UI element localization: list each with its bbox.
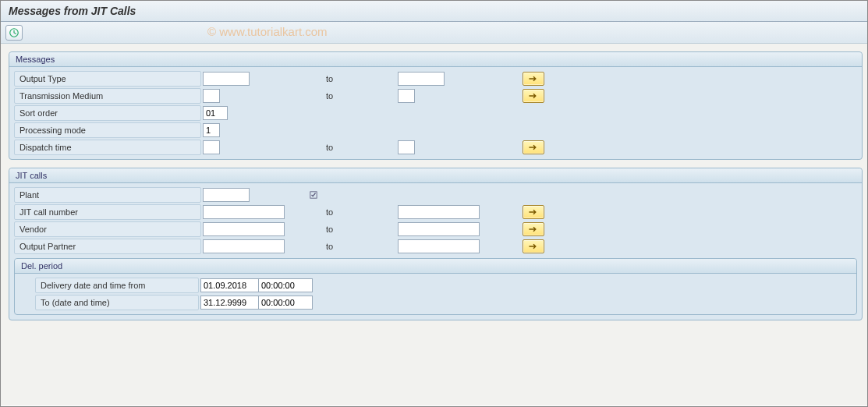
delivery-to-date-input[interactable] <box>200 296 259 310</box>
output-type-from-input[interactable] <box>203 72 250 86</box>
delivery-from-label: Delivery date and time from <box>35 278 199 293</box>
dispatch-time-to-label: to <box>320 143 398 152</box>
sort-order-row: Sort order <box>9 104 862 122</box>
execute-button[interactable] <box>5 25 23 41</box>
delivery-from-row: Delivery date and time from <box>15 277 856 294</box>
toolbar: © www.tutorialkart.com <box>1 22 867 44</box>
jit-call-number-to-label: to <box>320 207 398 217</box>
vendor-multi-button[interactable] <box>523 222 544 236</box>
messages-group: Messages Output Type to Transmission Med… <box>9 51 863 160</box>
vendor-to-input[interactable] <box>398 222 480 236</box>
jit-call-number-from-input[interactable] <box>203 205 285 219</box>
watermark-text: © www.tutorialkart.com <box>207 25 328 38</box>
output-partner-multi-button[interactable] <box>523 239 544 253</box>
arrow-right-icon <box>528 242 539 250</box>
messages-group-title: Messages <box>9 52 862 67</box>
arrow-right-icon <box>528 143 539 151</box>
search-help-icon <box>310 191 317 199</box>
transmission-medium-to-input[interactable] <box>398 89 415 103</box>
vendor-label: Vendor <box>14 221 201 237</box>
transmission-medium-from-input[interactable] <box>203 89 220 103</box>
del-period-group-title: Del. period <box>15 259 856 274</box>
dispatch-time-row: Dispatch time to <box>9 139 862 156</box>
output-type-row: Output Type to <box>9 70 862 87</box>
delivery-to-time-input[interactable] <box>258 296 313 310</box>
output-partner-from-input[interactable] <box>203 239 285 253</box>
dispatch-time-label: Dispatch time <box>14 140 201 155</box>
output-type-to-label: to <box>320 74 398 83</box>
transmission-medium-label: Transmission Medium <box>14 88 201 104</box>
vendor-row: Vendor to <box>9 221 862 238</box>
jit-calls-group-title: JIT calls <box>9 168 862 183</box>
arrow-right-icon <box>528 208 539 216</box>
sort-order-label: Sort order <box>14 105 201 121</box>
arrow-right-icon <box>528 225 539 233</box>
transmission-medium-to-label: to <box>320 91 398 101</box>
delivery-to-label: To (date and time) <box>35 295 199 310</box>
processing-mode-input[interactable] <box>203 123 220 137</box>
delivery-from-date-input[interactable] <box>200 278 259 292</box>
output-partner-to-label: to <box>320 242 398 251</box>
plant-input[interactable] <box>203 188 250 202</box>
delivery-from-time-input[interactable] <box>258 278 313 292</box>
plant-row: Plant <box>9 186 862 204</box>
page-title: Messages from JIT Calls <box>1 1 867 22</box>
clock-execute-icon <box>9 27 19 38</box>
jit-call-number-row: JIT call number to <box>9 204 862 221</box>
transmission-medium-multi-button[interactable] <box>523 89 544 103</box>
output-partner-to-input[interactable] <box>398 239 480 253</box>
output-partner-label: Output Partner <box>14 239 201 254</box>
jit-call-number-to-input[interactable] <box>398 205 480 219</box>
output-type-to-input[interactable] <box>398 72 445 86</box>
arrow-right-icon <box>528 92 539 100</box>
dispatch-time-to-input[interactable] <box>398 140 415 154</box>
transmission-medium-row: Transmission Medium to <box>9 87 862 104</box>
plant-f4-help-button[interactable] <box>308 189 319 201</box>
dispatch-time-from-input[interactable] <box>203 140 220 154</box>
output-type-label: Output Type <box>14 71 201 87</box>
arrow-right-icon <box>528 75 539 83</box>
processing-mode-row: Processing mode <box>9 122 862 139</box>
vendor-to-label: to <box>320 225 398 234</box>
content-area: Messages Output Type to Transmission Med… <box>1 44 867 405</box>
vendor-from-input[interactable] <box>203 222 285 236</box>
del-period-group: Del. period Delivery date and time from … <box>14 258 857 315</box>
jit-call-number-label: JIT call number <box>14 204 201 220</box>
processing-mode-label: Processing mode <box>14 122 201 138</box>
output-type-multi-button[interactable] <box>523 72 544 86</box>
jit-calls-group: JIT calls Plant JIT call number <box>9 168 863 320</box>
delivery-to-row: To (date and time) <box>15 294 856 311</box>
sort-order-input[interactable] <box>203 106 228 120</box>
plant-label: Plant <box>14 187 201 203</box>
output-partner-row: Output Partner to <box>9 238 862 255</box>
jit-call-number-multi-button[interactable] <box>523 205 544 219</box>
dispatch-time-multi-button[interactable] <box>523 140 544 154</box>
